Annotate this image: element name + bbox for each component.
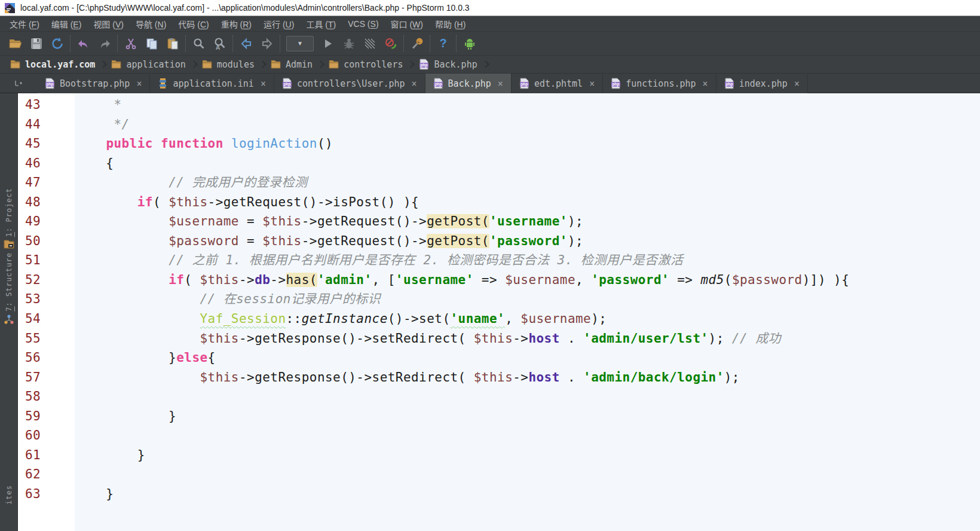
close-icon[interactable]: × bbox=[136, 78, 142, 89]
tool-button-ites[interactable]: ites bbox=[0, 485, 18, 505]
code-line-43[interactable]: * bbox=[75, 95, 849, 115]
debug-icon[interactable] bbox=[338, 34, 359, 53]
line-number[interactable]: 63 bbox=[18, 484, 41, 504]
code-area[interactable]: * */ public function loginAction() { // … bbox=[75, 93, 980, 531]
line-number[interactable]: 60 bbox=[18, 426, 41, 445]
run-config-dropdown[interactable]: ▼ bbox=[286, 36, 314, 51]
tab-edt.phtml[interactable]: phpedt.phtml× bbox=[512, 74, 603, 93]
save-icon[interactable] bbox=[26, 34, 47, 53]
code-line-50[interactable]: $password = $this->getRequest()->getPost… bbox=[75, 231, 849, 251]
close-icon[interactable]: × bbox=[498, 78, 503, 89]
menu-item-w[interactable]: 窗口 (W) bbox=[385, 16, 429, 32]
close-icon[interactable]: × bbox=[703, 78, 708, 89]
code-line-61[interactable]: } bbox=[75, 445, 849, 465]
close-icon[interactable]: × bbox=[589, 78, 595, 89]
menu-item-u[interactable]: 运行 (U) bbox=[258, 16, 300, 32]
code-line-51[interactable]: // 之前 1. 根据用户名判断用户是否存在 2. 检测密码是否合法 3. 检测… bbox=[75, 251, 849, 270]
menu-item-n[interactable]: 导航 (N) bbox=[130, 16, 172, 32]
sync-icon[interactable] bbox=[47, 34, 68, 53]
code-line-47[interactable]: // 完成用户的登录检测 bbox=[75, 173, 849, 193]
breadcrumb-item-controllers[interactable]: controllers bbox=[324, 59, 407, 70]
coverage-icon[interactable] bbox=[359, 34, 380, 53]
code-line-49[interactable]: $username = $this->getRequest()->getPost… bbox=[75, 212, 849, 231]
close-icon[interactable]: × bbox=[412, 78, 417, 89]
menu-item-c[interactable]: 代码 (C) bbox=[172, 16, 215, 32]
line-number[interactable]: 44 bbox=[18, 115, 41, 135]
menu-item-t[interactable]: 工具 (T) bbox=[300, 16, 342, 32]
tool-button-7--structure[interactable]: 7: Structure bbox=[0, 252, 18, 324]
code-line-63[interactable]: } bbox=[75, 484, 849, 504]
line-number[interactable]: 55 bbox=[18, 329, 41, 349]
copy-icon[interactable] bbox=[141, 34, 162, 53]
code-line-57[interactable]: $this->getResponse()->setRedirect( $this… bbox=[75, 368, 849, 387]
line-number[interactable]: 47 bbox=[18, 173, 41, 193]
line-number[interactable]: 46 bbox=[18, 154, 41, 173]
code-line-62[interactable] bbox=[75, 465, 849, 484]
line-number[interactable]: 59 bbox=[18, 407, 41, 426]
code-line-60[interactable] bbox=[75, 426, 849, 445]
code-line-48[interactable]: if( $this->getRequest()->isPost() ){ bbox=[75, 193, 849, 212]
breadcrumb-item-application[interactable]: application bbox=[107, 59, 189, 70]
redo-icon[interactable] bbox=[94, 34, 115, 53]
tab-back.php[interactable]: phpBack.php× bbox=[425, 74, 512, 93]
code-line-58[interactable] bbox=[75, 387, 849, 407]
find-icon[interactable] bbox=[188, 34, 209, 53]
tab-functions.php[interactable]: phpfunctions.php× bbox=[603, 74, 716, 93]
line-number[interactable]: 48 bbox=[18, 193, 41, 212]
code-line-52[interactable]: if( $this->db->has('admin', ['username' … bbox=[75, 270, 849, 290]
breadcrumb-item-admin[interactable]: Admin bbox=[267, 59, 317, 70]
breadcrumb-item-local.yaf.com[interactable]: local.yaf.com bbox=[6, 59, 99, 70]
line-number[interactable]: 58 bbox=[18, 387, 41, 407]
breadcrumb-item-modules[interactable]: modules bbox=[198, 59, 259, 70]
line-number[interactable]: 54 bbox=[18, 309, 41, 329]
code-line-59[interactable]: } bbox=[75, 407, 849, 426]
forward-icon[interactable] bbox=[256, 34, 277, 53]
close-icon[interactable]: × bbox=[794, 78, 800, 89]
line-number[interactable]: 43 bbox=[18, 95, 41, 115]
open-icon[interactable] bbox=[5, 34, 26, 53]
menu-item-v[interactable]: 视图 (V) bbox=[87, 16, 130, 32]
code-line-44[interactable]: */ bbox=[75, 115, 849, 135]
code-line-46[interactable]: { bbox=[75, 154, 849, 173]
settings-wrench-icon[interactable] bbox=[406, 34, 427, 53]
undo-icon[interactable] bbox=[73, 34, 94, 53]
tab-controllers-user.php[interactable]: phpcontrollers\User.php× bbox=[274, 74, 425, 93]
tab-bootstrap.php[interactable]: phpBootstrap.php× bbox=[37, 74, 150, 93]
menu-item-e[interactable]: 编辑 (E) bbox=[45, 16, 88, 32]
line-number[interactable]: 53 bbox=[18, 289, 41, 309]
profiler-icon[interactable] bbox=[380, 34, 401, 53]
tool-button-1--project[interactable]: 1: Project bbox=[0, 188, 18, 249]
tab-list-icon[interactable] bbox=[14, 79, 23, 90]
line-number[interactable]: 57 bbox=[18, 368, 41, 387]
menu-item-s[interactable]: VCS (S) bbox=[342, 17, 384, 30]
code-line-45[interactable]: public function loginAction() bbox=[75, 134, 849, 154]
line-number[interactable]: 49 bbox=[18, 212, 41, 231]
line-number[interactable]: 61 bbox=[18, 445, 41, 465]
android-icon[interactable] bbox=[459, 34, 480, 53]
close-icon[interactable]: × bbox=[261, 78, 266, 89]
replace-icon[interactable]: A bbox=[209, 34, 230, 53]
tab-index.php[interactable]: phpindex.php× bbox=[716, 74, 808, 93]
breadcrumb-item-back.php[interactable]: phpBack.php bbox=[415, 59, 481, 70]
code-line-54[interactable]: Yaf_Session::getInstance()->set('uname',… bbox=[75, 309, 849, 329]
tab-application.ini[interactable]: application.ini× bbox=[150, 74, 274, 93]
line-number[interactable]: 56 bbox=[18, 348, 41, 368]
paste-icon[interactable] bbox=[162, 34, 183, 53]
code-line-53[interactable]: // 在session记录用户的标识 bbox=[75, 289, 849, 309]
editor-gutter[interactable]: 4344454647484950515253545556575859606162… bbox=[18, 93, 75, 531]
back-icon[interactable] bbox=[235, 34, 256, 53]
run-icon[interactable] bbox=[317, 34, 338, 53]
code-line-55[interactable]: $this->getResponse()->setRedirect( $this… bbox=[75, 329, 849, 349]
code-line-56[interactable]: }else{ bbox=[75, 348, 849, 368]
menu-item-r[interactable]: 重构 (R) bbox=[215, 16, 258, 32]
editor[interactable]: 1: Project7: Structureites 4344454647484… bbox=[0, 93, 980, 531]
line-number[interactable]: 50 bbox=[18, 231, 41, 251]
menu-item-h[interactable]: 帮助 (H) bbox=[429, 16, 471, 32]
line-number[interactable]: 62 bbox=[18, 465, 41, 484]
menu-item-f[interactable]: 文件 (F) bbox=[4, 16, 45, 32]
cut-icon[interactable] bbox=[120, 34, 141, 53]
line-number[interactable]: 52 bbox=[18, 270, 41, 290]
line-number[interactable]: 51 bbox=[18, 251, 41, 270]
help-icon[interactable]: ? bbox=[433, 34, 454, 53]
line-number[interactable]: 45 bbox=[18, 134, 41, 154]
